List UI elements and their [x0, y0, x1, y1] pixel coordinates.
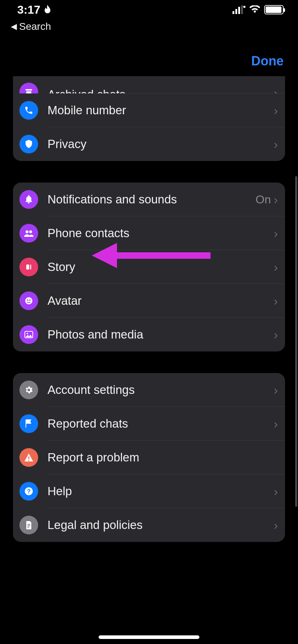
- chevron-right-icon: ›: [274, 518, 285, 532]
- svg-rect-20: [27, 524, 30, 525]
- row-story[interactable]: Story ›: [13, 250, 285, 284]
- chevron-right-icon: ›: [274, 86, 285, 93]
- notifications-label: Notifications and sounds: [48, 193, 256, 206]
- scroll-indicator[interactable]: [295, 176, 297, 507]
- account-label: Account settings: [48, 383, 274, 397]
- row-notifications[interactable]: Notifications and sounds On ›: [13, 183, 285, 216]
- row-archived-chats[interactable]: Archived chats ›: [13, 76, 285, 93]
- chevron-right-icon: ›: [274, 137, 285, 151]
- report-label: Report a problem: [48, 451, 285, 464]
- warning-icon: [19, 448, 38, 467]
- svg-rect-5: [26, 89, 32, 91]
- chevron-right-icon: ›: [274, 193, 285, 207]
- back-to-search[interactable]: ◀ Search: [0, 21, 298, 32]
- chevron-right-icon: ›: [274, 104, 285, 118]
- settings-section-2: Notifications and sounds On › Phone cont…: [13, 183, 285, 351]
- svg-point-7: [26, 230, 28, 233]
- row-phone-contacts[interactable]: Phone contacts ›: [13, 216, 285, 250]
- row-account-settings[interactable]: Account settings ›: [13, 373, 285, 407]
- row-legal[interactable]: Legal and policies ›: [13, 508, 285, 542]
- svg-rect-22: [27, 527, 29, 528]
- privacy-label: Privacy: [48, 137, 274, 151]
- done-button[interactable]: Done: [251, 54, 284, 69]
- svg-rect-21: [27, 525, 30, 526]
- contacts-label: Phone contacts: [48, 226, 274, 240]
- row-mobile-number[interactable]: Mobile number ›: [13, 93, 285, 127]
- svg-point-8: [29, 230, 32, 233]
- svg-point-15: [27, 333, 28, 334]
- status-left: 3:17: [17, 3, 52, 17]
- svg-rect-17: [28, 460, 30, 461]
- svg-rect-16: [28, 456, 30, 459]
- svg-point-11: [25, 297, 32, 304]
- status-right: [232, 5, 284, 14]
- chevron-right-icon: ›: [274, 383, 285, 397]
- wifi-icon: [249, 5, 261, 14]
- status-bar: 3:17: [0, 0, 298, 19]
- battery-icon: [264, 5, 284, 14]
- svg-point-12: [27, 299, 28, 301]
- legal-label: Legal and policies: [48, 518, 274, 532]
- help-icon: ?: [19, 482, 38, 501]
- svg-rect-9: [26, 264, 29, 270]
- chevron-right-icon: ›: [274, 260, 285, 274]
- svg-rect-0: [232, 11, 234, 14]
- chevron-right-icon: ›: [274, 484, 285, 498]
- contacts-icon: [19, 224, 38, 243]
- settings-section-3: Account settings › Reported chats › Repo…: [13, 373, 285, 542]
- svg-rect-10: [30, 264, 31, 270]
- story-icon: [19, 258, 38, 276]
- chevron-right-icon: ›: [274, 328, 285, 342]
- row-help[interactable]: ? Help ›: [13, 474, 285, 508]
- svg-rect-3: [241, 5, 243, 14]
- notifications-value: On: [256, 193, 271, 206]
- back-search-label: Search: [19, 21, 51, 32]
- bell-icon: [19, 190, 38, 209]
- help-label: Help: [48, 484, 274, 498]
- svg-rect-2: [238, 7, 240, 14]
- status-time: 3:17: [17, 3, 40, 17]
- shield-icon: [19, 135, 38, 153]
- row-avatar[interactable]: Avatar ›: [13, 284, 285, 318]
- cellular-icon: [232, 5, 245, 14]
- photos-label: Photos and media: [48, 328, 274, 341]
- svg-point-13: [29, 299, 31, 301]
- document-icon: [19, 516, 38, 534]
- story-label: Story: [48, 260, 274, 274]
- reported-label: Reported chats: [48, 417, 274, 431]
- phone-icon: [19, 101, 38, 120]
- photo-icon: [19, 325, 38, 344]
- archive-icon: [19, 83, 38, 93]
- chevron-right-icon: ›: [274, 294, 285, 308]
- archived-label: Archived chats: [48, 88, 274, 93]
- avatar-icon: [19, 291, 38, 310]
- row-reported-chats[interactable]: Reported chats ›: [13, 407, 285, 441]
- chevron-right-icon: ›: [274, 417, 285, 431]
- flag-icon: [19, 414, 38, 433]
- mobile-label: Mobile number: [48, 104, 274, 117]
- row-report-problem[interactable]: Report a problem: [13, 441, 285, 474]
- flame-icon: [43, 5, 52, 15]
- svg-point-4: [243, 6, 245, 8]
- svg-rect-1: [235, 9, 237, 14]
- avatar-label: Avatar: [48, 294, 274, 308]
- svg-text:?: ?: [27, 488, 31, 495]
- row-photos-media[interactable]: Photos and media ›: [13, 318, 285, 351]
- home-indicator[interactable]: [99, 635, 199, 639]
- gear-icon: [19, 381, 38, 399]
- row-privacy[interactable]: Privacy ›: [13, 127, 285, 161]
- chevron-right-icon: ›: [274, 226, 285, 240]
- back-triangle-icon: ◀: [11, 22, 17, 31]
- settings-section-1: Archived chats › Mobile number › Privacy…: [13, 76, 285, 161]
- sheet-header: Done: [0, 43, 298, 79]
